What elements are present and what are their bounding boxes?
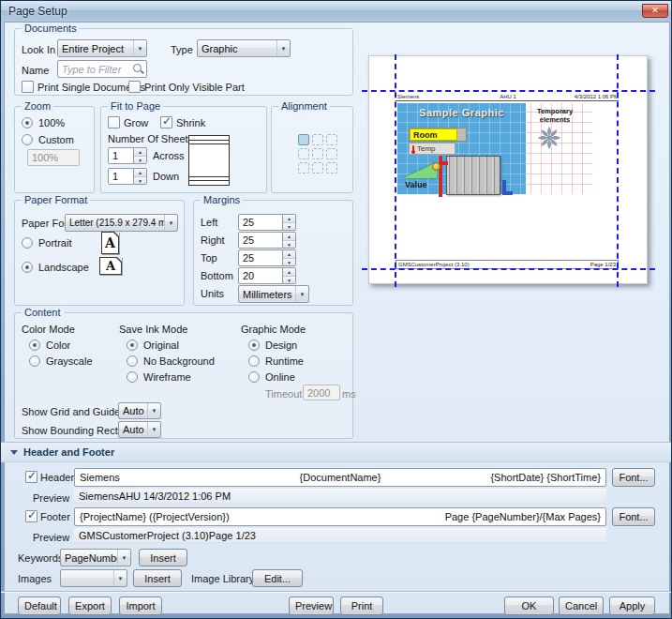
preview-footer-left: GMSCustomerProject (3.10) [398, 262, 470, 267]
zoom-100-radio[interactable] [22, 117, 33, 128]
landscape-page-icon: A [99, 257, 122, 275]
margin-right-stepper[interactable]: 25 ▲▼ [238, 232, 296, 249]
alignment-cell-middle-left[interactable] [298, 148, 309, 159]
stepper-arrows[interactable]: ▲▼ [134, 168, 147, 185]
show-bounding-dropdown[interactable]: Auto ▼ [118, 421, 161, 438]
preview-footer-right: Page 1/23 [590, 262, 616, 267]
import-button[interactable]: Import [119, 596, 162, 615]
stepper-arrows[interactable]: ▲▼ [283, 232, 296, 249]
ok-button[interactable]: OK [504, 596, 554, 615]
color-radio[interactable] [29, 340, 40, 351]
collapse-triangle-icon [10, 450, 18, 455]
alignment-cell-top-center[interactable] [312, 134, 323, 145]
stepper-arrows[interactable]: ▲▼ [283, 267, 296, 284]
margin-left-stepper[interactable]: 25 ▲▼ [238, 214, 296, 231]
titlebar[interactable]: Page Setup ✕ [1, 1, 671, 22]
preview-button[interactable]: Preview [289, 596, 334, 615]
shrink-checkbox[interactable] [160, 116, 172, 128]
apply-button[interactable]: Apply [609, 596, 655, 615]
alignment-cell-middle-center[interactable] [312, 148, 323, 159]
print-only-visible-part-checkbox[interactable] [128, 81, 141, 93]
show-grid-dropdown[interactable]: Auto ▼ [118, 402, 161, 419]
print-single-documents-checkbox[interactable] [22, 81, 34, 93]
stepper-arrows[interactable]: ▲▼ [283, 249, 296, 266]
header-rule [396, 100, 619, 101]
footer-preview-left: GMSCustomerProject (3.10) [79, 530, 209, 541]
alignment-cell-bottom-center[interactable] [312, 162, 323, 174]
images-label: Images [18, 573, 52, 584]
footer-field-left: {ProjectName} ({ProjectVersion}) [80, 511, 230, 522]
export-button[interactable]: Export [68, 596, 112, 615]
color-label: Color [46, 340, 70, 351]
wireframe-radio[interactable] [127, 371, 138, 383]
runtime-radio[interactable] [248, 355, 260, 367]
temporary-elements-label: Temporary elements [529, 108, 581, 124]
paper-form-dropdown[interactable]: Letter (215.9 x 279.4 mm) ▼ [65, 214, 178, 232]
alignment-cell-top-right[interactable] [326, 134, 337, 145]
name-label: Name [22, 65, 49, 76]
header-label: Header [40, 472, 74, 483]
alignment-cell-top-left[interactable] [298, 134, 309, 145]
image-library-edit-button[interactable]: Edit... [252, 569, 303, 587]
graphic-mode-label: Graphic Mode [241, 324, 306, 335]
margin-top-stepper[interactable]: 25 ▲▼ [238, 249, 296, 266]
footer-font-button[interactable]: Font... [612, 507, 655, 526]
sheets-across-stepper[interactable]: 1 ▲▼ [108, 147, 147, 164]
sheets-down-stepper[interactable]: 1 ▲▼ [108, 168, 147, 185]
margin-bottom-stepper[interactable]: 20 ▲▼ [238, 267, 296, 284]
grayscale-radio[interactable] [29, 355, 40, 367]
cancel-button[interactable]: Cancel [559, 596, 604, 615]
search-icon[interactable] [131, 62, 146, 77]
blue-pipe-elbow [502, 191, 513, 195]
no-background-radio[interactable] [127, 355, 138, 367]
stepper-arrows[interactable]: ▲▼ [283, 214, 296, 231]
chevron-down-icon: ▼ [147, 403, 160, 418]
paper-format-group-title: Paper Format [22, 194, 90, 205]
radiator-graphic [446, 156, 500, 195]
footer-template-field[interactable]: {ProjectName} ({ProjectVersion}) Page {P… [74, 507, 606, 526]
print-only-visible-part-label: Print Only Visible Part [144, 82, 245, 93]
footer-checkbox[interactable] [25, 510, 37, 522]
header-template-field[interactable]: Siemens {DocumentName} {ShortDate} {Shor… [74, 468, 606, 487]
look-in-dropdown[interactable]: Entire Project ▼ [57, 39, 147, 57]
type-dropdown[interactable]: Graphic ▼ [197, 39, 291, 57]
units-dropdown[interactable]: Millimeters ▼ [238, 285, 309, 303]
images-insert-button[interactable]: Insert [133, 569, 182, 587]
margin-right-label: Right [201, 234, 225, 246]
header-font-button[interactable]: Font... [612, 468, 655, 487]
header-preview-left: Siemens [79, 491, 119, 502]
portrait-radio[interactable] [22, 237, 33, 249]
footer-preview-row: GMSCustomerProject (3.10) Page 1/23 [74, 528, 606, 543]
original-radio[interactable] [127, 340, 138, 351]
landscape-radio[interactable] [22, 262, 33, 273]
header-checkbox[interactable] [25, 471, 37, 483]
alignment-cell-middle-right[interactable] [326, 148, 337, 159]
print-button[interactable]: Print [340, 596, 383, 615]
look-in-label: Look In [22, 44, 55, 55]
chevron-down-icon: ▼ [113, 570, 127, 586]
default-button[interactable]: Default [18, 596, 61, 615]
print-preview-page: Siemens AHU 1 4/3/2012 1:06 PM Sample Gr… [368, 55, 648, 284]
zoom-custom-radio[interactable] [22, 134, 33, 145]
keywords-insert-button[interactable]: Insert [139, 549, 187, 566]
alignment-cell-bottom-right[interactable] [326, 162, 337, 174]
close-icon[interactable]: ✕ [642, 4, 668, 18]
chevron-down-icon: ▼ [133, 40, 146, 56]
timeout-input[interactable]: 2000 [303, 385, 340, 400]
header-footer-expander[interactable]: Header and Footer [1, 442, 672, 462]
keywords-dropdown[interactable]: PageNumber ▼ [60, 549, 131, 566]
save-ink-mode-label: Save Ink Mode [119, 324, 187, 335]
stepper-arrows[interactable]: ▲▼ [134, 147, 147, 164]
zoom-custom-label: Custom [38, 134, 74, 145]
images-dropdown[interactable]: ▼ [60, 569, 127, 587]
footer-field-right: Page {PageNumber}/{Max Pages} [445, 511, 601, 522]
design-label: Design [265, 340, 297, 351]
margin-left-label: Left [201, 217, 217, 228]
zoom-custom-value-input[interactable]: 100% [27, 149, 80, 166]
alignment-cell-bottom-left[interactable] [298, 162, 309, 174]
runtime-label: Runtime [265, 355, 304, 367]
sample-graphic-title: Sample Graphic [397, 107, 526, 118]
grow-checkbox[interactable] [108, 116, 120, 128]
design-radio[interactable] [248, 340, 260, 351]
online-radio[interactable] [248, 371, 260, 383]
